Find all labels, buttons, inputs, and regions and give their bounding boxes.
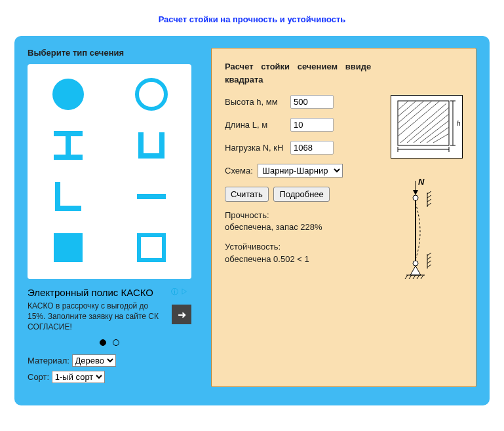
strength-value: обеспечена, запас 228% [225,222,322,232]
pager-dot-1[interactable] [100,339,106,346]
inputs-column: Высота h, мм Длина L, м Нагрузка N, кН С… [225,95,379,284]
ad-pager [28,338,191,348]
svg-line-47 [427,203,431,206]
arrow-icon: ➜ [178,309,186,321]
svg-line-40 [413,275,416,279]
shape-square-hollow[interactable] [132,228,171,267]
material-select[interactable]: Дерево [72,354,116,367]
section-type-title: Выберите тип сечения [28,48,191,58]
svg-point-1 [137,80,166,109]
shape-angle[interactable] [48,177,88,216]
svg-rect-11 [54,233,83,262]
shape-circle-hollow[interactable] [132,75,171,114]
sort-select[interactable]: 1-ый сорт [52,371,105,383]
svg-line-38 [405,275,408,279]
diag-h-label: h [457,120,461,127]
ad-info-icon[interactable]: ⓘ ▷ [171,287,189,297]
ad-text: КАСКО в рассрочку с выгодой до 15%. Запо… [28,301,168,333]
app-frame: Выберите тип сечения [14,36,490,405]
svg-line-49 [427,253,431,255]
scheme-diagram: N [391,177,463,284]
svg-line-44 [427,191,431,194]
height-label: Высота h, мм [225,97,290,107]
shape-circle-solid[interactable] [48,75,88,114]
svg-line-42 [421,275,423,279]
svg-marker-36 [410,266,421,275]
sort-label: Сорт: [28,372,49,382]
diag-n-label: N [418,177,425,187]
ad-title[interactable]: Электронный полис КАСКО [28,287,191,298]
strength-result: Прочность: обеспечена, запас 228% [225,210,379,233]
pager-dot-2[interactable] [113,339,119,346]
load-input[interactable] [290,141,334,155]
length-input[interactable] [290,118,334,132]
svg-line-50 [427,257,431,259]
stability-result: Устойчивость: обеспечена 0.502 < 1 [225,241,379,265]
scheme-select[interactable]: Шарнир-Шарнир [258,164,343,178]
svg-rect-4 [54,155,83,160]
material-label: Материал: [28,356,69,365]
svg-point-35 [413,261,418,266]
svg-marker-32 [413,190,418,195]
height-input[interactable] [290,95,334,109]
ad-arrow-button[interactable]: ➜ [172,305,191,324]
shape-channel[interactable] [132,126,171,165]
more-button[interactable]: Подробнее [273,187,329,202]
calc-title: Расчет стойки сечением ввиде квадрата [225,60,408,86]
length-label: Длина L, м [225,120,290,130]
page-title: Расчет стойки на прочность и устойчивост… [0,0,504,36]
svg-line-39 [409,275,412,279]
shape-square-solid[interactable] [48,228,88,267]
svg-rect-10 [137,194,166,199]
shape-i-beam[interactable] [48,126,88,165]
load-label: Нагрузка N, кН [225,143,290,153]
ad-block: ⓘ ▷ Электронный полис КАСКО КАСКО в расс… [28,287,191,348]
svg-line-46 [427,199,431,202]
left-panel: Выберите тип сечения [28,48,191,387]
stability-label: Устойчивость: [225,242,281,252]
svg-rect-9 [55,206,81,211]
svg-point-33 [413,195,418,200]
scheme-label: Схема: [225,166,258,176]
svg-point-0 [52,79,84,110]
svg-rect-7 [159,132,165,159]
strength-label: Прочность: [225,210,269,220]
material-controls: Материал: Дерево Сорт: 1-ый сорт [28,354,191,383]
svg-line-45 [427,195,431,198]
calc-panel: Расчет стойки сечением ввиде квадрата Вы… [211,48,476,387]
svg-line-52 [427,265,431,267]
svg-rect-12 [139,235,164,260]
diagrams-column: h N [391,95,463,284]
section-diagram: h [391,95,463,159]
calc-button[interactable]: Считать [225,187,269,202]
shape-bar-horizontal[interactable] [132,177,171,216]
svg-line-51 [427,261,431,263]
shapes-card [28,64,191,279]
stability-value: обеспечена 0.502 < 1 [225,254,309,264]
svg-line-41 [417,275,419,279]
